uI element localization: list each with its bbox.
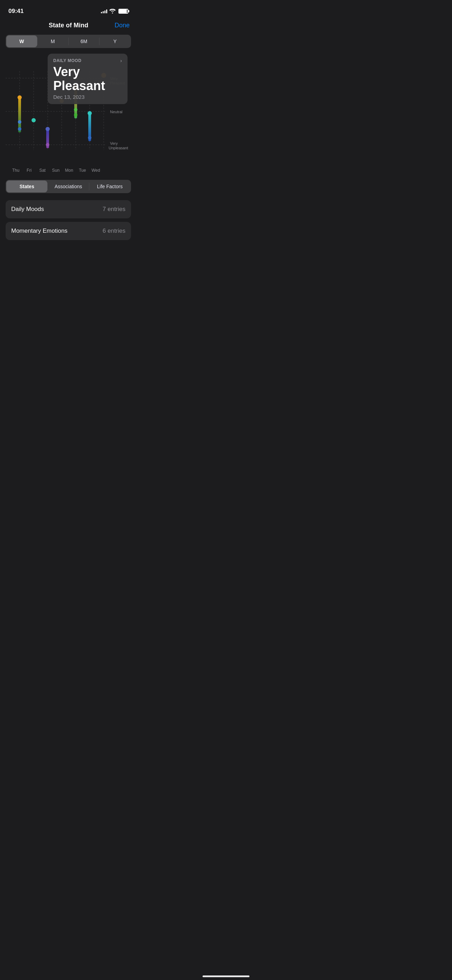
status-icons [101, 9, 128, 14]
daily-moods-value: 7 entries [103, 206, 126, 213]
x-label-fri: Fri [22, 168, 36, 173]
svg-point-22 [74, 113, 78, 117]
tab-control: States Associations Life Factors [6, 180, 131, 193]
status-time: 09:41 [8, 8, 24, 15]
x-label-sun: Sun [49, 168, 62, 173]
svg-text:Neutral: Neutral [110, 110, 122, 114]
momentary-emotions-label: Momentary Emotions [11, 228, 68, 234]
momentary-emotions-item[interactable]: Momentary Emotions 6 entries [6, 222, 131, 240]
svg-text:Unpleasant: Unpleasant [108, 146, 128, 150]
battery-icon [118, 9, 128, 14]
chart-tooltip[interactable]: DAILY MOOD › Very Pleasant Dec 13, 2023 [48, 54, 127, 104]
x-label-mon: Mon [62, 168, 76, 173]
status-bar: 09:41 [0, 0, 137, 18]
svg-point-11 [18, 95, 22, 100]
tooltip-label: DAILY MOOD [53, 58, 81, 63]
done-button[interactable]: Done [115, 22, 130, 29]
svg-point-25 [88, 136, 91, 140]
tooltip-date: Dec 13, 2023 [53, 94, 122, 100]
svg-point-12 [18, 120, 21, 124]
period-week[interactable]: W [6, 35, 37, 47]
svg-point-24 [88, 111, 92, 115]
period-year[interactable]: Y [100, 35, 131, 47]
tooltip-chevron-icon: › [120, 58, 122, 64]
x-label-tue: Tue [76, 168, 89, 173]
chart-container: DAILY MOOD › Very Pleasant Dec 13, 2023 [6, 54, 131, 173]
tab-associations[interactable]: Associations [48, 180, 89, 192]
period-month[interactable]: M [38, 35, 68, 47]
tab-life-factors[interactable]: Life Factors [89, 180, 131, 192]
bottom-section: States Associations Life Factors Daily M… [0, 180, 137, 240]
svg-point-17 [46, 143, 49, 146]
period-selector: W M 6M Y [6, 35, 131, 48]
x-label-wed: Wed [89, 168, 102, 173]
svg-point-16 [46, 127, 50, 131]
period-6month[interactable]: 6M [69, 35, 100, 47]
signal-icon [101, 9, 107, 13]
wifi-icon [109, 9, 116, 14]
svg-point-13 [18, 127, 21, 131]
daily-moods-label: Daily Moods [11, 206, 44, 213]
nav-bar: State of Mind Done [0, 18, 137, 35]
svg-point-14 [32, 118, 36, 123]
tab-states[interactable]: States [6, 180, 47, 192]
x-label-sat: Sat [36, 168, 49, 173]
svg-text:Very: Very [110, 141, 118, 145]
tooltip-value: Very Pleasant [53, 65, 122, 92]
x-label-thu: Thu [9, 168, 22, 173]
daily-moods-item[interactable]: Daily Moods 7 entries [6, 200, 131, 218]
svg-point-21 [74, 108, 78, 111]
chart-x-labels: Thu Fri Sat Sun Mon Tue Wed [6, 168, 106, 173]
momentary-emotions-value: 6 entries [103, 228, 126, 234]
tooltip-header: DAILY MOOD › [53, 58, 122, 64]
page-title: State of Mind [22, 22, 115, 29]
